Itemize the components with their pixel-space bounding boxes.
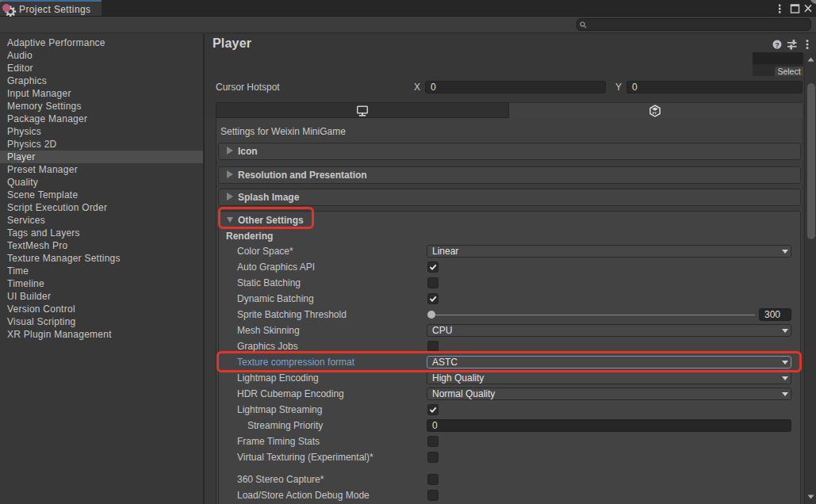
svg-text:?: ? xyxy=(775,41,780,49)
